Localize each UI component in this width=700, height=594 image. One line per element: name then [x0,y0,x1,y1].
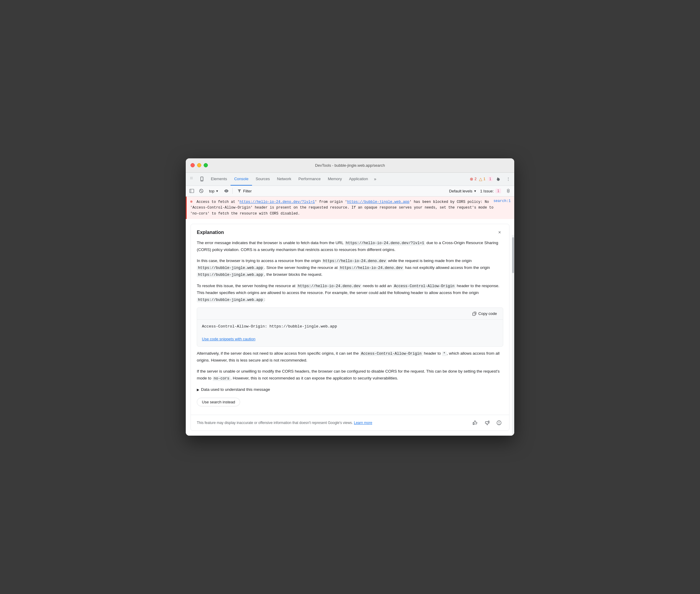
wildcard-inline: * [442,351,447,356]
origin1-inline: https://hello-io-24.deno.dev [322,259,387,264]
code-content: Access-Control-Allow-Origin: https://bub… [197,320,503,333]
copy-icon [473,311,477,316]
error-circle-icon: ⊗ [190,200,193,204]
more-tabs-button[interactable]: » [372,176,379,182]
scrollbar-track[interactable] [512,235,514,436]
eye-icon[interactable] [223,187,230,195]
tab-application[interactable]: Application [346,172,372,186]
toolbar-right: Default levels ▼ 1 Issue: 1 [449,187,512,195]
tab-sources[interactable]: Sources [252,172,274,186]
chevron-down-icon: ▼ [216,190,219,193]
thumbs-up-button[interactable] [471,419,479,427]
code-block: Copy code Access-Control-Allow-Origin: h… [197,307,503,346]
disclaimer-bar: This feature may display inaccurate or o… [191,415,509,431]
header-wildcard-inline: Access-Control-Allow-Origin [360,351,423,356]
error-text: ⊗ Access to fetch at 'https://hello-io-2… [190,199,493,217]
svg-line-14 [200,190,202,192]
explanation-p4: Alternatively, if the server does not ne… [197,350,503,364]
error-icon: ⊗ [470,176,473,182]
svg-rect-15 [473,313,475,316]
svg-rect-11 [189,189,194,193]
copy-code-button[interactable]: Copy code [470,310,499,317]
explanation-body: The error message indicates that the bro… [191,240,509,415]
filter-input[interactable]: Filter [235,188,254,194]
use-search-button[interactable]: Use search instead [197,398,240,406]
console-settings-icon[interactable] [505,187,512,195]
data-used-toggle[interactable]: ▶ Data used to understand this message [197,386,503,393]
feedback-icons [471,419,503,427]
error-url1[interactable]: https://hello-io-24.deno.dev/?lvl=1 [240,200,315,204]
separator [232,188,233,194]
console-content: ⊗ Access to fetch at 'https://hello-io-2… [186,197,514,436]
svg-point-18 [499,424,499,424]
no-cors-inline: no-cors [213,376,231,381]
mobile-icon[interactable] [198,175,206,183]
traffic-lights [190,163,208,167]
explanation-card: Explanation × The error message indicate… [190,224,510,431]
sidebar-toggle-icon[interactable] [188,187,195,195]
maximize-button[interactable] [204,163,208,167]
header-name-inline: Access-Control-Allow-Origin [393,284,456,289]
settings-icon[interactable] [495,175,502,183]
explanation-title: Explanation [197,230,224,235]
thumbs-down-icon [484,420,490,426]
issues-counter[interactable]: 1 Issue: 1 [480,189,501,193]
url-inline: https://hello-io-24.deno.dev/?lvl=1 [345,241,426,245]
warning-count: 1 [484,177,486,181]
devtools-window: DevTools - bubble-jingle.web.app/search [186,158,514,436]
disclaimer-text: This feature may display inaccurate or o… [197,420,372,426]
pointer-icon[interactable] [188,175,197,183]
clear-console-icon[interactable] [198,187,205,195]
context-selector[interactable]: top ▼ [207,188,220,194]
learn-more-link[interactable]: Learn more [354,421,372,425]
expand-arrow-icon: ▶ [197,387,199,393]
origin3-inline: https://hello-io-24.deno.dev [339,266,404,270]
error-count: 2 [475,177,477,181]
svg-rect-7 [191,179,192,179]
tab-elements[interactable]: Elements [207,172,231,186]
svg-rect-3 [191,178,192,178]
devtools-tab-bar: Elements Console Sources Network Perform… [186,173,514,186]
resolve-url-inline: https://hello-io-24.deno.dev [296,284,362,289]
explanation-p1: The error message indicates that the bro… [197,240,503,253]
tab-performance[interactable]: Performance [295,172,324,186]
svg-rect-1 [191,177,192,177]
minimize-button[interactable] [197,163,201,167]
caution-link[interactable]: Use code snippets with caution [202,336,255,342]
error-source[interactable]: search:1 [493,199,511,203]
chevron-down-icon: ▼ [474,190,477,193]
svg-rect-5 [192,178,193,178]
tab-network[interactable]: Network [274,172,295,186]
error-message: ⊗ Access to fetch at 'https://hello-io-2… [186,197,514,219]
origin4-inline: https://bubble-jingle.web.app [197,272,264,277]
svg-rect-0 [190,177,191,177]
code-block-header: Copy code [197,308,503,320]
origin2-inline: https://bubble-jingle.web.app [197,266,264,270]
svg-rect-6 [190,179,191,179]
warning-icon: △ [479,176,482,182]
svg-rect-2 [190,178,191,178]
issues-count-badge: 1 [488,176,493,182]
tab-memory[interactable]: Memory [324,172,346,186]
tab-actions: ⊗ 2 △ 1 1 ⋮ [470,175,512,183]
scrollbar-thumb[interactable] [512,237,514,273]
console-toolbar: top ▼ Filter Default levels ▼ 1 Issue: 1 [186,186,514,197]
tab-console[interactable]: Console [231,172,252,186]
svg-rect-8 [192,179,193,179]
window-title: DevTools - bubble-jingle.web.app/search [315,163,385,168]
log-levels-selector[interactable]: Default levels ▼ [449,189,477,193]
issues-count: 1 [495,189,501,193]
report-button[interactable] [495,419,503,427]
close-explanation-button[interactable]: × [496,229,503,236]
allow-origin-inline: https://bubble-jingle.web.app [197,298,264,302]
error-badge: ⊗ 2 △ 1 1 [470,176,493,182]
report-icon [496,420,502,426]
explanation-p5: If the server is unable or unwilling to … [197,368,503,382]
close-button[interactable] [190,163,195,167]
explanation-p2: In this case, the browser is trying to a… [197,258,503,278]
svg-rect-4 [192,177,193,177]
error-url2[interactable]: https://bubble-jingle.web.app [347,200,410,204]
more-options-icon[interactable]: ⋮ [505,175,512,183]
thumbs-down-button[interactable] [483,419,491,427]
title-bar: DevTools - bubble-jingle.web.app/search [186,158,514,173]
